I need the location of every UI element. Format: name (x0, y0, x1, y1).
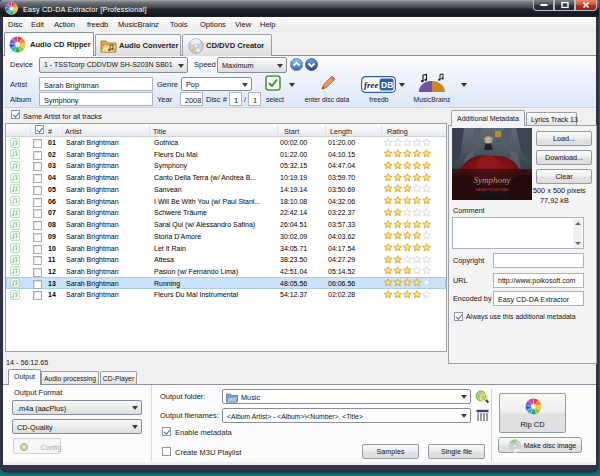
svg-text:free: free (364, 80, 379, 90)
svg-text:DB: DB (381, 80, 393, 90)
svg-text:SARAH BRIGHTMAN: SARAH BRIGHTMAN (476, 188, 510, 192)
svg-text:Symphony: Symphony (474, 175, 511, 185)
